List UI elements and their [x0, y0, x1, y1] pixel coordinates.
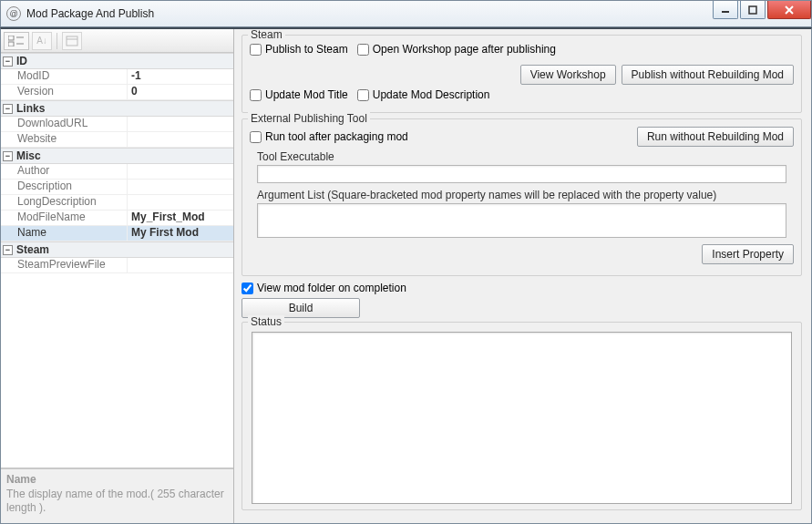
window-buttons: [711, 1, 811, 26]
property-help: Name The display name of the mod.( 255 c…: [1, 468, 233, 523]
view-workshop-button[interactable]: View Workshop: [520, 65, 616, 85]
argument-list-input[interactable]: [257, 203, 786, 238]
window-title: Mod Package And Publish: [26, 7, 711, 20]
toolbar-separator: [57, 33, 57, 49]
close-button[interactable]: [767, 1, 811, 19]
status-legend: Status: [248, 315, 284, 328]
right-panel: Steam Publish to Steam Open Workshop pag…: [234, 29, 811, 523]
app-icon: @: [6, 6, 21, 21]
propgrid-row[interactable]: Website: [1, 132, 233, 148]
alpha-sort-button[interactable]: A↓: [32, 32, 52, 50]
svg-rect-4: [8, 36, 14, 40]
property-pages-button[interactable]: [62, 32, 82, 50]
propgrid-row[interactable]: SteamPreviewFile: [1, 258, 233, 273]
svg-rect-8: [67, 36, 77, 46]
propgrid-label: Version: [1, 85, 127, 99]
propgrid-label: ModFileName: [1, 211, 127, 225]
propgrid-value[interactable]: [127, 195, 233, 210]
svg-rect-1: [749, 6, 756, 14]
open-workshop-after-checkbox[interactable]: Open Workshop page after publishing: [357, 43, 556, 56]
propgrid-category[interactable]: −Misc: [1, 148, 233, 164]
svg-rect-5: [8, 42, 14, 46]
publish-to-steam-checkbox[interactable]: Publish to Steam: [250, 43, 348, 56]
propgrid-row[interactable]: LongDescription: [1, 195, 233, 211]
collapse-icon[interactable]: −: [3, 151, 13, 161]
propgrid-label: DownloadURL: [1, 117, 127, 131]
run-without-rebuild-button[interactable]: Run without Rebuilding Mod: [637, 127, 794, 147]
status-group: Status: [242, 322, 802, 510]
maximize-button[interactable]: [740, 1, 766, 19]
update-mod-title-checkbox[interactable]: Update Mod Title: [250, 88, 348, 101]
propgrid-value[interactable]: 0: [127, 85, 233, 99]
propgrid-label: Website: [1, 132, 127, 147]
tool-exe-label: Tool Executable: [257, 150, 794, 163]
help-title: Name: [6, 473, 228, 488]
propgrid-value[interactable]: [127, 258, 233, 272]
view-folder-on-completion-checkbox[interactable]: View mod folder on completion: [242, 282, 406, 294]
minimize-button[interactable]: [713, 1, 738, 19]
propgrid-row[interactable]: Author: [1, 164, 233, 180]
propgrid-label: LongDescription: [1, 195, 127, 210]
run-tool-after-checkbox[interactable]: Run tool after packaging mod: [250, 130, 408, 143]
steam-group: Steam Publish to Steam Open Workshop pag…: [242, 35, 802, 113]
propgrid-label: Author: [1, 164, 127, 179]
update-mod-description-checkbox[interactable]: Update Mod Description: [357, 88, 490, 101]
propgrid-category[interactable]: −Links: [1, 100, 233, 117]
category-label: ID: [16, 55, 27, 67]
publish-without-rebuild-button[interactable]: Publish without Rebuilding Mod: [622, 65, 794, 85]
propgrid-value[interactable]: -1: [127, 69, 233, 84]
propgrid-row[interactable]: NameMy First Mod: [1, 226, 233, 241]
propgrid-row[interactable]: ModFileNameMy_First_Mod: [1, 211, 233, 226]
status-output[interactable]: [252, 332, 792, 504]
propgrid-value[interactable]: [127, 117, 233, 131]
propgrid-value[interactable]: [127, 180, 233, 194]
propgrid-value[interactable]: My First Mod: [127, 226, 233, 241]
propgrid-row[interactable]: DownloadURL: [1, 117, 233, 132]
title-bar: @ Mod Package And Publish: [0, 0, 812, 27]
propgrid-category[interactable]: −ID: [1, 53, 233, 69]
propgrid-label: Name: [1, 226, 127, 241]
external-tool-legend: External Publishing Tool: [248, 112, 370, 125]
propgrid-value[interactable]: [127, 132, 233, 147]
propgrid-toolbar: A↓: [1, 29, 233, 53]
propgrid-label: Description: [1, 180, 127, 194]
tool-executable-input[interactable]: [257, 165, 786, 183]
external-tool-group: External Publishing Tool Run tool after …: [242, 118, 802, 276]
categorized-view-button[interactable]: [4, 32, 29, 50]
propgrid-value[interactable]: [127, 164, 233, 179]
propgrid-row[interactable]: Version0: [1, 85, 233, 100]
category-label: Links: [16, 102, 45, 115]
property-grid[interactable]: −IDModID-1Version0−LinksDownloadURLWebsi…: [1, 53, 233, 468]
category-label: Misc: [16, 149, 41, 162]
help-text: The display name of the mod.( 255 charac…: [6, 488, 228, 516]
category-label: Steam: [16, 243, 49, 256]
propgrid-category[interactable]: −Steam: [1, 241, 233, 258]
client-area: A↓ −IDModID-1Version0−LinksDownloadURLWe…: [0, 27, 812, 524]
collapse-icon[interactable]: −: [3, 245, 13, 255]
propgrid-value[interactable]: My_First_Mod: [127, 211, 233, 225]
propgrid-label: SteamPreviewFile: [1, 258, 127, 272]
argument-list-label: Argument List (Square-bracketed mod prop…: [257, 189, 794, 201]
propgrid-row[interactable]: Description: [1, 180, 233, 195]
propgrid-label: ModID: [1, 69, 127, 84]
collapse-icon[interactable]: −: [3, 57, 13, 67]
steam-legend: Steam: [248, 29, 285, 41]
collapse-icon[interactable]: −: [3, 104, 13, 114]
propgrid-row[interactable]: ModID-1: [1, 69, 233, 85]
insert-property-button[interactable]: Insert Property: [702, 244, 794, 264]
left-panel: A↓ −IDModID-1Version0−LinksDownloadURLWe…: [1, 29, 234, 523]
